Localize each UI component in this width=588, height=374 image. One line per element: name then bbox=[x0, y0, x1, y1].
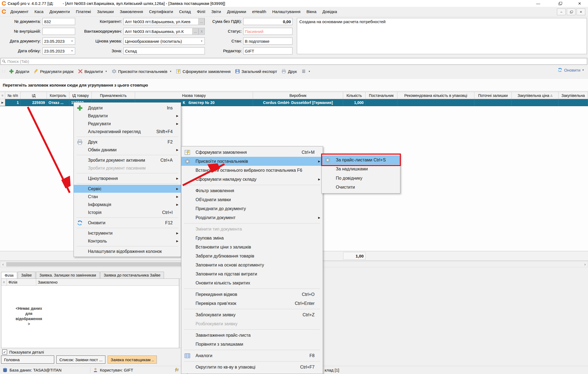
group-by-panel[interactable]: Перетягніть заголовок колонки сюди для у… bbox=[0, 79, 588, 91]
detail-column-filia[interactable]: Філія bbox=[7, 279, 36, 286]
context-menu-item-Друк[interactable]: ДрукF2 bbox=[74, 138, 181, 146]
service-menu-item-Оновити кількість закритих[interactable]: Оновити кількість закритих bbox=[181, 278, 323, 287]
menubar-item-Склад[interactable]: Склад bbox=[176, 8, 194, 15]
context-menu-item-Стан[interactable]: Стан▶ bbox=[74, 193, 181, 201]
sum-field[interactable]: 0,00 bbox=[243, 18, 293, 25]
detail-column-zamovleno[interactable]: Замовлено bbox=[36, 279, 179, 286]
toolbar-button-Загальний експорт[interactable]: Загальний експорт bbox=[233, 68, 279, 75]
menubar-item-Філії[interactable]: Філії bbox=[194, 8, 208, 15]
column-header-ІД[interactable]: ІД bbox=[21, 92, 47, 99]
menubar-item-Вікна[interactable]: Вікна bbox=[303, 8, 319, 15]
memo-field[interactable]: Создана на основании расчета потребносте… bbox=[297, 18, 587, 54]
context-menu-item-Історія[interactable]: ІсторіяCtrl+I bbox=[74, 209, 181, 216]
service-menu-item-Порівняти з залишками[interactable]: Порівняти з залишками bbox=[181, 340, 323, 349]
detail-tab-Заявка до постачальника Зайве[interactable]: Заявка до постачальника Зайве bbox=[100, 272, 164, 278]
show-details-checkbox[interactable]: ✓ Показувати деталі bbox=[2, 350, 44, 354]
column-header-Поточні залишки[interactable]: Поточні залишки bbox=[474, 92, 512, 99]
service-menu-item-Встановити ціни з залишків[interactable]: Встановити ціни з залишків bbox=[181, 243, 323, 252]
menubar-item-Замовлення[interactable]: Замовлення bbox=[117, 8, 146, 15]
assign-menu-item-По довіднику[interactable]: По довіднику bbox=[322, 174, 400, 183]
toolbar-button-Друк[interactable]: Друк bbox=[279, 68, 299, 75]
context-menu-item-Налаштувати відображення колонок[interactable]: Налаштувати відображення колонок bbox=[74, 247, 181, 255]
context-menu-item-Контроль[interactable]: Контроль▶ bbox=[74, 237, 181, 245]
service-menu-item-Завантаження прайс-листа[interactable]: Завантаження прайс-листа bbox=[181, 331, 323, 340]
column-header-ІД товару[interactable]: ІД товару bbox=[69, 92, 92, 99]
context-menu-item-Інформація[interactable]: Інформація▶ bbox=[74, 201, 181, 209]
context-menu-item-Зробити документ пасивним[interactable]: Зробити документ пасивним bbox=[74, 164, 181, 172]
toolbar-button-Сформувати замовлення[interactable]: Сформувати замовлення bbox=[174, 68, 233, 75]
context-menu-item-Редагувати[interactable]: Редагувати▶ bbox=[74, 120, 181, 128]
service-menu-item-Приєднати до документу[interactable]: Приєднати до документу bbox=[181, 204, 323, 213]
column-header-Контроль[interactable]: Контроль bbox=[47, 92, 69, 99]
toolbar-button-Видалити[interactable]: Видалити▼ bbox=[76, 68, 109, 75]
context-menu-item-Зробити документ активним[interactable]: Зробити документ активнимCtrl+A bbox=[74, 156, 181, 164]
context-menu-item-Альтернативний перегляд[interactable]: Альтернативний переглядShift+F4 bbox=[74, 128, 181, 136]
status-field[interactable]: Пасивний bbox=[243, 28, 293, 35]
mdi-tab-Головна[interactable]: Головна bbox=[1, 355, 54, 364]
mdi-restore-button[interactable] bbox=[567, 8, 575, 15]
service-menu-item-Групова зміна[interactable]: Групова зміна bbox=[181, 234, 323, 243]
column-header-Закупівельна[interactable]: Закупівельна bbox=[559, 92, 588, 99]
menubar-item-Документи[interactable]: Документи bbox=[46, 8, 73, 15]
assign-menu-item-За прайс-листами Ctrl+S[interactable]: За прайс-листами Ctrl+S bbox=[322, 155, 400, 165]
assign-menu-item-За надлишками[interactable]: За надлишками bbox=[322, 165, 400, 174]
service-menu-item-partial[interactable]: Shift+F12 bbox=[181, 372, 323, 374]
service-menu-item-Розблокувати заявку[interactable]: Розблокувати заявку bbox=[181, 319, 323, 328]
service-menu-item-Заблокувати заявку[interactable]: Заблокувати заявкуCtrl+Z bbox=[181, 310, 323, 319]
service-menu-item-Округлити по кв-ву в упаковці[interactable]: Округлити по кв-ву в упаковціCtrl+F7 bbox=[181, 363, 323, 372]
context-menu-item-Видалити[interactable]: Видалити▶ bbox=[74, 112, 181, 120]
detail-tab-Філія[interactable]: Філія bbox=[1, 272, 17, 279]
menubar-item-Налаштування[interactable]: Налаштування bbox=[269, 8, 304, 15]
service-menu-item-Перевірка прив'язок[interactable]: Перевірка прив'язокCtrl+Enter bbox=[181, 299, 323, 308]
context-menu-item-Інструменти[interactable]: Інструменти▶ bbox=[74, 229, 181, 237]
state-field[interactable]: В подготовке bbox=[243, 38, 293, 45]
service-menu-item-Заповнити на основі асортименту[interactable]: Заповнити на основі асортименту bbox=[181, 260, 323, 269]
menubar-item-Довідники[interactable]: Довідники bbox=[224, 8, 249, 15]
column-header-Кількість[interactable]: Кількість bbox=[343, 92, 365, 99]
minimize-button[interactable]: — bbox=[532, 0, 544, 7]
service-menu-item-Аналоги[interactable]: АналогиF8 bbox=[181, 351, 323, 360]
service-menu-item-Встановити останнього вибраного постачальника F6[interactable]: Встановити останнього вибраного постачал… bbox=[181, 166, 323, 175]
column-header-Постачальник[interactable]: Постачальник bbox=[365, 92, 397, 99]
close-button[interactable]: × bbox=[573, 0, 586, 7]
context-menu-item-Обмін даними[interactable]: Обмін даними▶ bbox=[74, 146, 181, 154]
scroll-left-icon[interactable]: ‹ bbox=[0, 262, 6, 267]
column-header-№ п/п[interactable]: № п/п bbox=[5, 92, 21, 99]
column-header-Виробник[interactable]: Виробник bbox=[253, 92, 343, 99]
scroll-right-icon[interactable]: › bbox=[582, 262, 588, 267]
editor-field[interactable]: GIFT bbox=[243, 47, 293, 54]
menubar-item-Документ[interactable]: Документ bbox=[7, 8, 32, 15]
mdi-minimize-button[interactable]: – bbox=[557, 8, 566, 15]
menubar-item-Довідка[interactable]: Довідка bbox=[319, 8, 340, 15]
menubar-item-eHealth[interactable]: eHealth bbox=[249, 8, 269, 15]
search-input[interactable]: Поиск (Tab) bbox=[1, 58, 587, 65]
mdi-tab-Заявка поставщикам ..[interactable]: Заявка поставщикам .. bbox=[108, 355, 157, 364]
column-header-Рекомендована кількість в упаковці[interactable]: Рекомендована кількість в упаковці bbox=[397, 92, 474, 99]
menubar-item-Залишки[interactable]: Залишки bbox=[94, 8, 117, 15]
context-menu-item-Додати[interactable]: ДодатиIns bbox=[74, 104, 181, 112]
column-header-Назва товару[interactable]: Назва товару bbox=[135, 92, 253, 99]
service-menu-item-Заповнити на підставі витрати[interactable]: Заповнити на підставі витрати bbox=[181, 269, 323, 278]
toolbar-button-Присвоїти постачальників[interactable]: Присвоїти постачальників▼ bbox=[109, 68, 174, 75]
toolbar-grip[interactable]: ⋮⋮ bbox=[1, 70, 6, 73]
service-menu-item-Перекидання відмов[interactable]: Перекидання відмовCtrl+O bbox=[181, 290, 323, 299]
menubar-item-Платежі[interactable]: Платежі bbox=[73, 8, 94, 15]
context-menu-item-Оновити[interactable]: ОновитиF12 bbox=[74, 219, 181, 227]
assign-menu-item-Очистити[interactable]: Очистити bbox=[322, 183, 400, 192]
menubar-item-Каса[interactable]: Каса bbox=[32, 8, 47, 15]
service-menu-item-Об'єднати заявки[interactable]: Об'єднати заявки bbox=[181, 195, 323, 204]
service-menu-item-Фільтр замовлення[interactable]: Фільтр замовлення bbox=[181, 186, 323, 195]
mdi-close-button[interactable]: × bbox=[577, 8, 585, 15]
toolbar-button-Редагувати рядок[interactable]: Редагувати рядок bbox=[31, 68, 76, 75]
column-header-Приналежність[interactable]: Приналежність bbox=[92, 92, 135, 99]
service-menu-item-Присвоїти постачальників[interactable]: Присвоїти постачальників▶ bbox=[181, 157, 323, 166]
refresh-button[interactable]: Оновити ▼ bbox=[557, 68, 584, 72]
restore-button[interactable] bbox=[554, 0, 566, 7]
detail-tab-Заявка. Залишки по замінникам[interactable]: Заявка. Залишки по замінникам bbox=[36, 272, 100, 278]
toolbar-button-more[interactable]: ▼ bbox=[299, 68, 313, 75]
menubar-item-Звіти[interactable]: Звіти bbox=[208, 8, 224, 15]
context-menu-item-Ціноутворення[interactable]: Ціноутворення▶ bbox=[74, 174, 181, 182]
detail-tab-Зайве[interactable]: Зайве bbox=[18, 272, 35, 278]
toolbar-button-Додати[interactable]: Додати bbox=[7, 68, 31, 75]
service-menu-item-Змінити тип документа[interactable]: Змінити тип документа bbox=[181, 225, 323, 234]
